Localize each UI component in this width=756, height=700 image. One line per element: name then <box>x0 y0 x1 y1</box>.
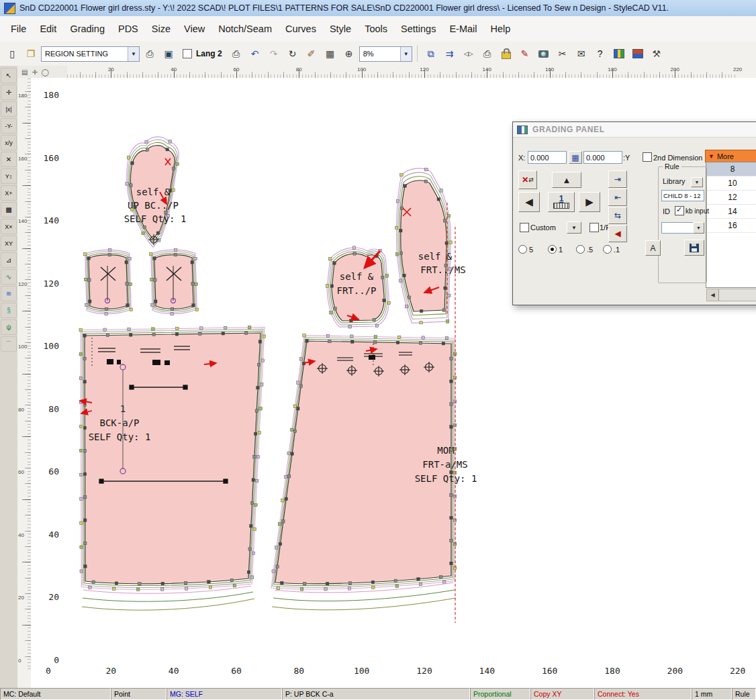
custom-checkbox[interactable] <box>520 223 529 232</box>
save-icon[interactable]: ▣ <box>160 45 177 62</box>
new-file-icon[interactable]: ▯ <box>3 45 21 62</box>
one-f-checkbox[interactable] <box>589 223 599 232</box>
chevron-down-icon[interactable]: ▼ <box>128 47 139 61</box>
first-size-button[interactable]: ◀ <box>608 225 627 242</box>
delete-point-tool-icon[interactable]: ✕ <box>1 152 17 167</box>
x-plus-tool-icon[interactable]: X+ <box>1 185 17 201</box>
a-button[interactable]: A <box>645 240 661 256</box>
size-row-14[interactable]: 14 <box>706 205 756 219</box>
xy-distance-tool-icon[interactable]: x/y <box>1 135 17 150</box>
undo-icon[interactable]: ↶ <box>246 45 264 62</box>
color-table-icon[interactable] <box>629 45 647 62</box>
menu-file[interactable]: File <box>4 20 33 38</box>
menu-grading[interactable]: Grading <box>63 20 111 38</box>
prev-size-button[interactable]: ⇤ <box>608 189 627 206</box>
print-icon[interactable]: ⎙ <box>228 45 245 62</box>
chevron-down-icon[interactable]: ▼ <box>400 47 412 61</box>
increment-radio-point5[interactable]: .5 <box>576 243 593 255</box>
align-tool-icon[interactable]: ⊿ <box>1 252 17 268</box>
size-row-16[interactable]: 16 <box>706 219 756 233</box>
next-size-button[interactable]: ⇥ <box>608 170 627 188</box>
menu-tools[interactable]: Tools <box>358 20 394 38</box>
xy-cross-tool-icon[interactable]: XY <box>1 236 17 251</box>
crosshair-icon[interactable]: ✛ <box>32 68 37 76</box>
lang2-checkbox[interactable] <box>183 49 192 58</box>
origin-icon[interactable]: ◯ <box>42 68 49 76</box>
status-1-mm[interactable]: 1 mm <box>692 688 732 700</box>
arc-tool-icon[interactable]: ⌒ <box>1 336 17 352</box>
grading-panel[interactable]: GRADING PANEL X: 0.000 ▦ 0.000 :Y 2nd Di… <box>512 121 756 305</box>
menu-help[interactable]: Help <box>484 20 518 38</box>
move-point-tool-icon[interactable]: ✛ <box>1 85 17 100</box>
point-grid-tool-icon[interactable]: ▩ <box>1 202 17 217</box>
status-proportional[interactable]: Proportional <box>470 688 530 700</box>
size-row-10[interactable]: 10 <box>706 177 756 191</box>
y-move-tool-icon[interactable]: Y↕ <box>1 168 17 184</box>
xy-rule-icon-button[interactable]: ✕ ⇄ <box>518 170 537 189</box>
curve-tool-icon[interactable]: ∿ <box>1 269 17 285</box>
marker-pen-icon[interactable]: ✎ <box>516 45 534 62</box>
second-dimension-checkbox[interactable] <box>643 152 652 162</box>
rule-value-input[interactable] <box>661 222 696 234</box>
export-page-icon[interactable]: ⧉ <box>422 45 440 62</box>
mirror-pieces-icon[interactable]: ◁▷ <box>460 45 477 62</box>
measure-settings-icon[interactable]: ⚒ <box>648 45 665 62</box>
library-dropdown[interactable]: ▼ <box>691 177 703 187</box>
open-file-icon[interactable]: ❐ <box>22 45 40 62</box>
redo-icon[interactable]: ↷ <box>265 45 283 62</box>
save-rules-button[interactable] <box>684 240 704 256</box>
menu-settings[interactable]: Settings <box>394 20 442 38</box>
step-one-button[interactable]: 1 <box>548 192 575 212</box>
x-input[interactable]: 0.000 <box>528 151 567 164</box>
grading-panel-titlebar[interactable]: GRADING PANEL <box>513 122 756 138</box>
zoom-level-combo[interactable]: 8% ▼ <box>359 46 412 62</box>
lock-icon[interactable] <box>498 45 515 62</box>
more-dropdown[interactable]: ▼ More <box>705 150 756 162</box>
status-copy-xy[interactable]: Copy XY <box>530 688 594 700</box>
x-cross-tool-icon[interactable]: X× <box>1 219 17 234</box>
email-icon[interactable]: ✉ <box>573 45 590 62</box>
color-grid-icon[interactable] <box>610 45 628 62</box>
region-setting-combo[interactable]: REGION SETTING ▼ <box>41 46 140 62</box>
cut-icon[interactable]: ✂ <box>554 45 571 62</box>
page-setup-icon[interactable]: ▤ <box>21 68 28 76</box>
menu-notch-seam[interactable]: Notch/Seam <box>211 20 279 38</box>
menu-size[interactable]: Size <box>145 20 177 38</box>
size-row-12[interactable]: 12 <box>706 191 756 205</box>
kb-input-checkbox[interactable] <box>675 206 684 215</box>
menu-style[interactable]: Style <box>323 20 358 38</box>
plot-icon[interactable]: ⎙ <box>141 45 158 62</box>
menu-view[interactable]: View <box>177 20 211 38</box>
scroll-left-icon[interactable]: ◀ <box>707 289 719 301</box>
panel-scrollbar[interactable]: ◀ <box>706 289 756 301</box>
x-distance-tool-icon[interactable]: |x| <box>1 101 17 117</box>
y-input[interactable]: 0.000 <box>583 151 622 164</box>
plot-preview-icon[interactable]: ⎙ <box>479 45 496 62</box>
rotate-tool-icon[interactable]: ↻ <box>284 45 301 62</box>
xy-grid-button[interactable]: ▦ <box>569 151 582 164</box>
help-icon[interactable]: ? <box>592 45 609 62</box>
comb-curve-tool-icon[interactable]: ψ <box>1 319 17 335</box>
increment-radio-point1[interactable]: .1 <box>603 243 620 255</box>
size-up-button[interactable]: ▲ <box>552 172 581 188</box>
menu-e-mail[interactable]: E-Mail <box>442 20 483 38</box>
copy-page-icon[interactable]: ⇉ <box>441 45 459 62</box>
menu-curves[interactable]: Curves <box>279 20 323 38</box>
multi-curve-tool-icon[interactable]: ≋ <box>1 286 17 301</box>
rule-id-input[interactable]: CHILD 8 - 12 <box>661 190 704 201</box>
blend-curve-tool-icon[interactable]: § <box>1 303 17 318</box>
menu-pds[interactable]: PDS <box>111 20 145 38</box>
select-tool-icon[interactable]: ↖ <box>1 68 17 83</box>
table-grid-icon[interactable]: ▦ <box>322 45 339 62</box>
prev-size-button[interactable]: ◀ <box>518 192 540 212</box>
camera-icon[interactable] <box>535 45 553 62</box>
zoom-tool-icon[interactable]: ⊕ <box>340 45 358 62</box>
next-size-button[interactable]: ▶ <box>579 192 600 212</box>
increment-radio-5[interactable]: 5 <box>518 243 533 255</box>
custom-dropdown[interactable]: ▼ <box>567 221 581 234</box>
pick-tool-icon[interactable]: ✐ <box>303 45 320 62</box>
cycle-size-button[interactable]: ⇆ <box>608 207 627 224</box>
menu-edit[interactable]: Edit <box>33 20 63 38</box>
status-connect-yes[interactable]: Connect: Yes <box>594 688 692 700</box>
y-distance-tool-icon[interactable]: -Y- <box>1 118 17 134</box>
